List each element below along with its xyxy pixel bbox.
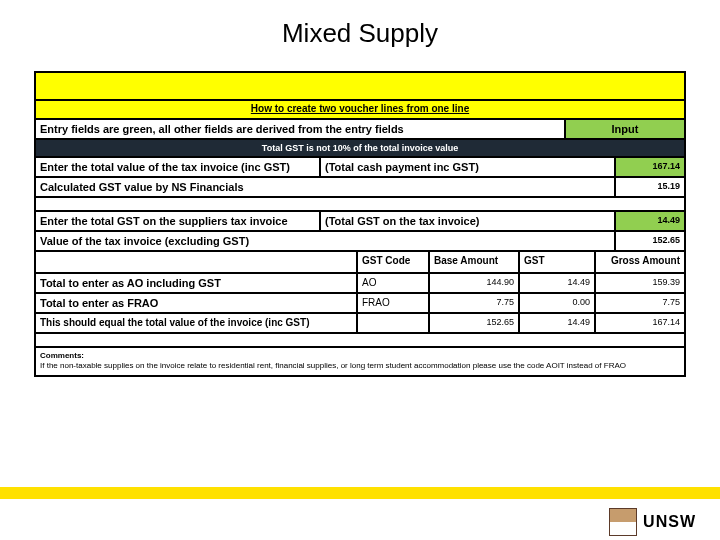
instruction-row: How to create two voucher lines from one… <box>36 101 684 120</box>
gst-banner: Total GST is not 10% of the total invoic… <box>36 140 684 158</box>
row-total-desc: This should equal the total value of the… <box>36 314 356 332</box>
row-frao-gross: 7.75 <box>594 294 684 312</box>
mid-total-gst: (Total GST on the tax invoice) <box>321 212 614 230</box>
unsw-logo: UNSW <box>609 508 696 536</box>
calc-row-calculated-gst: Calculated GST value by NS Financials 15… <box>36 178 684 198</box>
row-total-gst: 14.49 <box>518 314 594 332</box>
calc-row-ex-gst: Value of the tax invoice (excluding GST)… <box>36 232 684 252</box>
mid-ex-gst <box>321 232 614 250</box>
input-total-value[interactable]: 167.14 <box>614 158 684 176</box>
header-blank <box>36 252 356 272</box>
row-total-gross: 167.14 <box>594 314 684 332</box>
label-calculated-gst: Calculated GST value by NS Financials <box>36 178 321 196</box>
header-gross-amount: Gross Amount <box>594 252 684 272</box>
worksheet-table: How to create two voucher lines from one… <box>34 71 686 377</box>
header-gst-code: GST Code <box>356 252 428 272</box>
comments-title: Comments: <box>40 351 680 360</box>
calc-row-total-gst: Enter the total GST on the suppliers tax… <box>36 212 684 232</box>
label-total-gst: Enter the total GST on the suppliers tax… <box>36 212 321 230</box>
label-total-value: Enter the total value of the tax invoice… <box>36 158 321 176</box>
value-ex-gst: 152.65 <box>614 232 684 250</box>
header-gst: GST <box>518 252 594 272</box>
table-row: Total to enter as AO including GST AO 14… <box>36 272 684 292</box>
row-frao-gst: 0.00 <box>518 294 594 312</box>
entry-note-row: Entry fields are green, all other fields… <box>36 120 684 140</box>
value-calculated-gst: 15.19 <box>614 178 684 196</box>
spacer-row <box>36 332 684 346</box>
row-ao-gross: 159.39 <box>594 274 684 292</box>
entry-note-text: Entry fields are green, all other fields… <box>36 120 564 138</box>
label-ex-gst: Value of the tax invoice (excluding GST) <box>36 232 321 250</box>
page-title: Mixed Supply <box>0 0 720 71</box>
row-ao-gst: 14.49 <box>518 274 594 292</box>
calc-row-total-value: Enter the total value of the tax invoice… <box>36 158 684 178</box>
row-total-base: 152.65 <box>428 314 518 332</box>
input-heading: Input <box>564 120 684 138</box>
footer-yellow-strip <box>0 487 720 499</box>
comments-box: Comments: If the non-taxable supplies on… <box>36 346 684 375</box>
header-base-amount: Base Amount <box>428 252 518 272</box>
spacer-row <box>36 198 684 212</box>
table-header-row: GST Code Base Amount GST Gross Amount <box>36 252 684 272</box>
table-total-row: This should equal the total value of the… <box>36 312 684 332</box>
row-ao-base: 144.90 <box>428 274 518 292</box>
unsw-crest-icon <box>609 508 637 536</box>
table-row: Total to enter as FRAO FRAO 7.75 0.00 7.… <box>36 292 684 312</box>
row-total-code <box>356 314 428 332</box>
row-frao-desc: Total to enter as FRAO <box>36 294 356 312</box>
mid-calculated-gst <box>321 178 614 196</box>
row-ao-desc: Total to enter as AO including GST <box>36 274 356 292</box>
row-ao-code: AO <box>356 274 428 292</box>
row-frao-code: FRAO <box>356 294 428 312</box>
comments-body: If the non-taxable supplies on the invoi… <box>40 361 680 370</box>
row-frao-base: 7.75 <box>428 294 518 312</box>
mid-total-value: (Total cash payment inc GST) <box>321 158 614 176</box>
input-total-gst[interactable]: 14.49 <box>614 212 684 230</box>
unsw-logo-text: UNSW <box>643 513 696 531</box>
blank-yellow-row <box>36 73 684 101</box>
